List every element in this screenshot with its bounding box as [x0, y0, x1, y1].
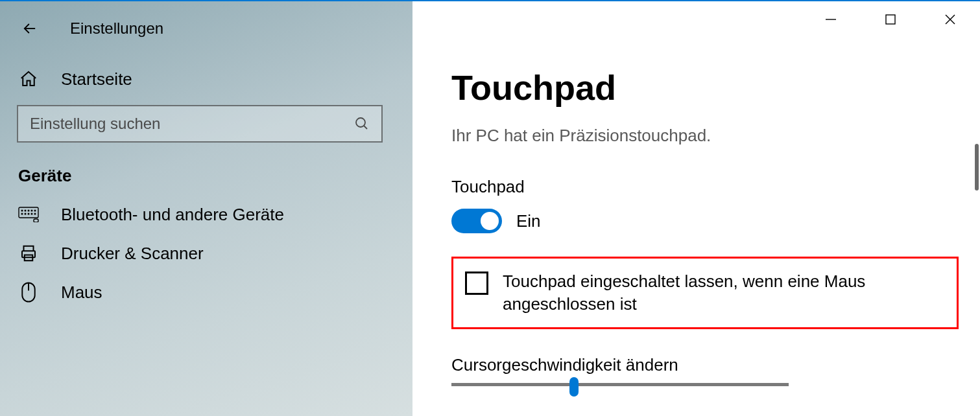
toggle-knob	[481, 212, 499, 230]
arrow-left-icon	[21, 19, 39, 38]
slider-label: Cursorgeschwindigkeit ändern	[451, 355, 980, 375]
minimize-icon	[824, 13, 837, 26]
close-button[interactable]	[920, 1, 980, 38]
back-button[interactable]	[18, 17, 42, 40]
printer-icon	[18, 243, 39, 264]
sidebar-item-label: Bluetooth- und andere Geräte	[61, 205, 284, 225]
sidebar-item-home[interactable]: Startseite	[0, 60, 412, 98]
sidebar-home-label: Startseite	[61, 69, 132, 89]
highlighted-option: Touchpad eingeschaltet lassen, wenn eine…	[451, 257, 959, 329]
svg-point-0	[356, 118, 365, 127]
toggle-state-label: Ein	[516, 211, 541, 231]
sidebar-item-mouse[interactable]: Maus	[0, 273, 412, 312]
sidebar-item-label: Drucker & Scanner	[61, 244, 204, 264]
svg-point-5	[31, 210, 32, 211]
sidebar-category-label: Geräte	[0, 159, 412, 195]
touchpad-toggle[interactable]	[451, 209, 502, 233]
search-input[interactable]	[30, 115, 354, 133]
app-title: Einstellungen	[70, 19, 163, 38]
minimize-button[interactable]	[801, 1, 861, 38]
maximize-button[interactable]	[861, 1, 920, 38]
svg-point-9	[28, 213, 29, 214]
svg-rect-1	[19, 207, 38, 218]
svg-point-3	[25, 210, 26, 211]
scrollbar-thumb[interactable]	[975, 144, 979, 191]
svg-point-11	[34, 213, 36, 214]
svg-point-6	[34, 210, 36, 211]
sidebar-item-printers[interactable]: Drucker & Scanner	[0, 234, 412, 273]
svg-point-2	[21, 210, 23, 211]
cursor-speed-slider[interactable]	[451, 383, 789, 386]
sidebar-item-bluetooth[interactable]: Bluetooth- und andere Geräte	[0, 195, 412, 234]
content-pane: Touchpad Ihr PC hat ein Präzisionstouchp…	[412, 1, 980, 416]
maximize-icon	[885, 14, 896, 25]
sidebar-item-label: Maus	[61, 283, 102, 303]
slider-thumb[interactable]	[569, 377, 579, 397]
search-box[interactable]	[17, 105, 383, 143]
home-icon	[18, 69, 39, 89]
page-title: Touchpad	[451, 67, 980, 108]
checkbox-label: Touchpad eingeschaltet lassen, wenn eine…	[503, 270, 945, 316]
leave-touchpad-on-checkbox[interactable]	[465, 272, 488, 295]
keyboard-icon	[18, 204, 39, 225]
svg-point-10	[31, 213, 32, 214]
svg-point-7	[21, 213, 23, 214]
close-icon	[944, 13, 957, 26]
svg-point-8	[25, 213, 26, 214]
search-icon	[354, 116, 370, 132]
sidebar: Einstellungen Startseite Geräte	[0, 1, 412, 416]
page-subtitle: Ihr PC hat ein Präzisionstouchpad.	[451, 126, 980, 146]
svg-rect-18	[886, 15, 895, 24]
window-titlebar	[801, 1, 980, 38]
svg-rect-12	[34, 219, 38, 222]
svg-point-4	[28, 210, 29, 211]
mouse-icon	[18, 282, 39, 303]
sidebar-header: Einstellungen	[0, 10, 412, 60]
toggle-label: Touchpad	[451, 177, 980, 197]
